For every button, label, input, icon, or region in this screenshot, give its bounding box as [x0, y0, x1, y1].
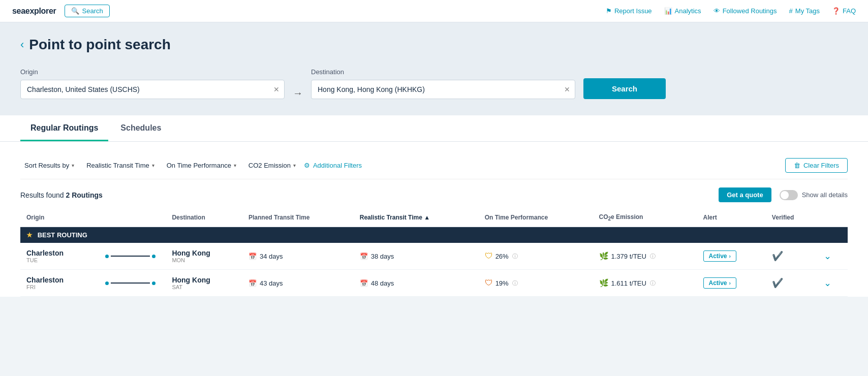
calendar-icon: 📅: [360, 253, 368, 260]
route-end-dot: [152, 255, 156, 258]
direction-arrow: →: [285, 87, 311, 99]
origin-input[interactable]: [20, 80, 285, 99]
shield-icon: 🛡: [485, 252, 493, 261]
nav-faq[interactable]: ❓ FAQ: [832, 7, 856, 15]
col-on-time: On Time Performance: [479, 208, 593, 227]
row2-on-time: 🛡 19% ⓘ: [479, 270, 593, 297]
table-row: Charleston TUE Hong Kong MON: [20, 243, 848, 270]
tabs-section: Regular Routings Schedules: [0, 115, 868, 142]
col-co2: CO2e Emission: [593, 208, 697, 227]
transit-time-filter[interactable]: Realistic Transit Time ▾: [82, 160, 159, 171]
search-icon: 🔍: [71, 7, 79, 15]
logo: seaexplorer: [12, 7, 56, 16]
expand-icon[interactable]: ⌄: [824, 251, 831, 261]
destination-label: Destination: [311, 68, 575, 76]
col-origin: Origin: [20, 208, 95, 227]
header-search-button[interactable]: 🔍 Search: [65, 5, 110, 17]
row2-realistic-transit: 📅 48 days: [354, 270, 479, 297]
col-planned-transit[interactable]: Planned Transit Time: [242, 208, 354, 227]
row1-route-line: [95, 243, 166, 270]
header-nav: ⚑ Report Issue 📊 Analytics 👁 Followed Ro…: [606, 7, 856, 15]
co2-filter[interactable]: CO2 Emission ▾: [244, 160, 300, 171]
row1-origin: Charleston TUE: [20, 243, 95, 270]
page-title: Point to point search: [29, 37, 170, 53]
on-time-filter[interactable]: On Time Performance ▾: [163, 160, 240, 171]
transit-label: Realistic Transit Time: [86, 162, 149, 169]
results-actions: Get a quote Show all details: [719, 187, 848, 202]
table-header: Origin Destination Planned Transit Time …: [20, 208, 848, 227]
row1-co2: 🌿 1.379 t/TEU ⓘ: [593, 243, 697, 270]
col-alert: Alert: [697, 208, 766, 227]
destination-input[interactable]: [311, 80, 575, 99]
search-form: Origin ✕ → Destination ✕ Search: [20, 67, 848, 99]
row2-active-badge[interactable]: Active ›: [703, 277, 736, 289]
row1-active-badge[interactable]: Active ›: [703, 250, 736, 262]
question-icon: ❓: [832, 7, 840, 15]
results-table-container: Origin Destination Planned Transit Time …: [20, 208, 848, 297]
calendar-icon: 📅: [360, 279, 368, 287]
best-routing-banner: ★ BEST ROUTING: [20, 227, 848, 243]
best-routing-label: ★ BEST ROUTING: [20, 227, 848, 243]
row1-destination: Hong Kong MON: [166, 243, 242, 270]
results-table: Origin Destination Planned Transit Time …: [20, 208, 848, 297]
page-header: ‹ Point to point search: [20, 37, 848, 53]
calendar-icon: 📅: [249, 279, 257, 287]
verified-check-icon: ✔️: [772, 251, 783, 261]
row1-verified: ✔️: [766, 243, 818, 270]
row1-alert: Active ›: [697, 243, 766, 270]
table-row: Charleston FRI Hong Kong SAT: [20, 270, 848, 297]
col-realistic-transit[interactable]: Realistic Transit Time ▲: [354, 208, 479, 227]
search-button[interactable]: Search: [583, 78, 666, 99]
results-section: Sort Results by ▾ Realistic Transit Time…: [0, 142, 868, 297]
get-quote-button[interactable]: Get a quote: [719, 187, 771, 202]
tab-schedules[interactable]: Schedules: [110, 115, 171, 141]
clear-filters-button[interactable]: 🗑 Clear Filters: [785, 158, 848, 173]
hash-icon: #: [789, 7, 793, 15]
nav-followed-routings[interactable]: 👁 Followed Routings: [714, 7, 777, 15]
row1-planned-transit: 📅 34 days: [242, 243, 354, 270]
analytics-icon: 📊: [664, 7, 672, 15]
col-destination: Destination: [166, 208, 242, 227]
row1-expand: ⌄: [818, 243, 848, 270]
nav-report-issue[interactable]: ⚑ Report Issue: [606, 7, 652, 15]
nav-my-tags[interactable]: # My Tags: [789, 7, 820, 15]
additional-filters-button[interactable]: ⚙ Additional Filters: [304, 162, 362, 169]
star-icon: ★: [26, 231, 33, 239]
filter-bar: Sort Results by ▾ Realistic Transit Time…: [20, 152, 848, 179]
show-all-details: Show all details: [780, 190, 848, 200]
destination-input-wrap: ✕: [311, 80, 575, 99]
destination-clear-icon[interactable]: ✕: [564, 85, 570, 93]
route-end-dot: [152, 281, 156, 285]
table-body: ★ BEST ROUTING Charleston TUE: [20, 227, 848, 297]
results-count-text: Results found 2 Routings: [20, 191, 103, 199]
row1-on-time: 🛡 26% ⓘ: [479, 243, 593, 270]
results-summary: Results found 2 Routings Get a quote Sho…: [20, 179, 848, 208]
back-button[interactable]: ‹: [20, 38, 24, 51]
on-time-chevron-icon: ▾: [234, 163, 236, 168]
info-icon[interactable]: ⓘ: [512, 253, 518, 260]
origin-label: Origin: [20, 68, 285, 76]
info-icon[interactable]: ⓘ: [512, 279, 518, 287]
eye-icon: 👁: [714, 7, 720, 15]
show-all-toggle[interactable]: [780, 190, 798, 200]
co2-label: CO2 Emission: [249, 162, 291, 169]
sort-label: Sort Results by: [24, 162, 69, 169]
tab-regular-routings[interactable]: Regular Routings: [20, 115, 108, 141]
filter-sliders-icon: ⚙: [304, 162, 310, 169]
expand-icon[interactable]: ⌄: [824, 278, 831, 288]
co2-info-icon[interactable]: ⓘ: [650, 279, 656, 287]
co2-info-icon[interactable]: ⓘ: [650, 253, 656, 260]
origin-input-wrap: ✕: [20, 80, 285, 99]
col-route: [95, 208, 166, 227]
sort-results-filter[interactable]: Sort Results by ▾: [20, 160, 78, 171]
active-chevron-icon: ›: [729, 254, 731, 259]
shield-icon: 🛡: [485, 278, 493, 288]
nav-analytics[interactable]: 📊 Analytics: [664, 7, 701, 15]
origin-field-group: Origin ✕: [20, 68, 285, 99]
flag-icon: ⚑: [606, 7, 612, 15]
leaf-icon: 🌿: [599, 252, 609, 261]
row1-realistic-transit: 📅 38 days: [354, 243, 479, 270]
hero-section: ‹ Point to point search Origin ✕ → Desti…: [0, 22, 868, 115]
active-chevron-icon: ›: [729, 280, 731, 286]
origin-clear-icon[interactable]: ✕: [273, 85, 280, 93]
